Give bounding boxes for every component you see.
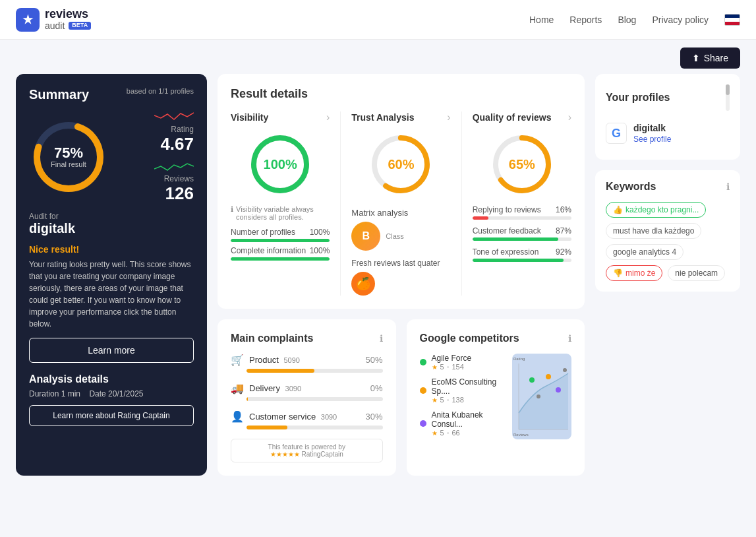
keyword-1[interactable]: 👍 każdego kto pragni... [606,202,706,218]
keyword-2[interactable]: must have dla każdego [606,223,701,239]
quality-feedback: Customer feedback 87% [473,226,571,241]
nav-home[interactable]: Home [529,15,554,25]
competitors-list: Agile Force ★ 5 • 154 [420,354,505,443]
complaint-product: 🛒 Product 5090 50% [231,354,383,373]
google-icon: G [606,123,627,144]
result-details-card: Result details Visibility › [218,74,585,309]
main-nav: Home Reports Blog Privacy policy [529,14,740,26]
bottom-row: Main complaints ℹ 🛒 Product 5090 50% [218,319,585,476]
share-icon: ⬆ [692,53,700,63]
competitor-3-stats: ★ 5 • 66 [432,429,505,437]
quality-chevron[interactable]: › [568,111,571,123]
vis-metric-profiles: Number of profiles 100% [231,228,330,242]
customer-service-icon: 👤 [231,410,244,423]
trust-header: Trust Analysis › [351,111,450,123]
beta-badge: BETA [69,22,91,30]
competitors-content: Agile Force ★ 5 • 154 [420,354,572,443]
competitor-3: Anita Kubanek Consul... ★ 5 • 66 [420,410,505,437]
keywords-card: Keywords ℹ 👍 każdego kto pragni... must … [595,170,740,292]
nav-privacy[interactable]: Privacy policy [652,15,709,25]
analysis-details: Analysis details Duration 1 min Date 20/… [29,373,194,426]
logo-text: reviews audit BETA [45,8,91,31]
audit-for: Audit for digitalk [29,212,194,236]
visibility-metrics: Number of profiles 100% Complete informa… [231,228,330,261]
share-button[interactable]: ⬆ Share [680,47,740,69]
complaints-card: Main complaints ℹ 🛒 Product 5090 50% [218,319,396,476]
quality-header: Quality of reviews › [473,111,571,123]
gauge-area: 75% Final result Rating 4.67 [29,110,194,204]
complaints-header: Main complaints ℹ [231,332,383,344]
powered-stars: ★★★★★ RatingCaptain [235,451,378,458]
info-icon-vis: ℹ [231,205,233,214]
metrics-row: Visibility › 100% ℹ [231,111,571,296]
visibility-gauge: 100% [247,131,313,197]
gauge-text: 75% Final result [51,146,86,168]
trust-chevron[interactable]: › [447,111,450,123]
nav-reports[interactable]: Reports [569,15,602,25]
share-area: ⬆ Share [0,40,756,74]
thumb-down-icon: 👎 [613,268,623,278]
competitor-3-dot [420,420,426,427]
competitor-1-dot [420,359,426,365]
competitor-2-stats: ★ 5 • 138 [432,396,505,404]
keywords-title: Keywords [606,181,656,193]
complaint-delivery: 🚚 Delivery 3090 0% [231,382,383,401]
keyword-5[interactable]: nie polecam [668,265,725,281]
b-class-badge: B [351,222,380,251]
rating-reviews: Rating 4.67 Reviews 126 [154,110,194,204]
keyword-4[interactable]: 👎 mimo że [606,265,662,281]
analysis-meta: Duration 1 min Date 20/1/2025 [29,389,194,398]
product-bar [247,369,383,373]
header: ★ reviews audit BETA Home Reports Blog P… [0,0,756,40]
svg-point-13 [546,374,551,379]
trust-percent: 60% [388,157,414,172]
see-profile-link[interactable]: See profile [633,135,671,144]
competitors-card: Google competitors ℹ Agile Force ★ 5 [407,319,585,476]
learn-captain-button[interactable]: Learn more about Rating Captain [29,405,194,426]
language-flag[interactable] [724,14,740,26]
competitor-1: Agile Force ★ 5 • 154 [420,354,505,371]
based-on: based on 1/1 profiles [127,87,194,95]
complaint-customer-service: 👤 Customer service 3090 30% [231,410,383,429]
learn-more-button[interactable]: Learn more [29,338,194,363]
nav-blog[interactable]: Blog [618,15,636,25]
svg-point-15 [563,368,567,372]
fresh-section: Fresh reviews last quater 🍊 [351,259,450,296]
profile-digitalk: G digitalk See profile [606,117,730,149]
svg-point-12 [529,377,535,383]
competitors-chart: Rating Reviews [512,354,571,439]
right-panel: Your profiles G digitalk See profile Key… [595,74,740,476]
svg-point-14 [556,387,561,393]
delivery-icon: 🚚 [231,382,244,395]
customer-service-bar [247,426,383,429]
quality-percent: 65% [509,157,535,172]
vis-metric-info: Complete information 100% [231,246,330,261]
visibility-note: ℹ Visibility variable always considers a… [231,205,330,221]
keywords-grid: 👍 każdego kto pragni... must have dla ka… [606,202,730,281]
visibility-percent: 100% [264,157,297,172]
quality-tone: Tone of expression 92% [473,247,571,262]
trust-gauge: 60% [368,131,434,197]
visibility-header: Visibility › [231,111,330,123]
visibility-chevron[interactable]: › [326,111,330,123]
keywords-info-icon[interactable]: ℹ [726,181,730,192]
final-gauge: 75% Final result [29,117,108,197]
competitors-info-icon[interactable]: ℹ [568,333,571,344]
brand-audit: audit BETA [45,21,91,31]
profiles-card: Your profiles G digitalk See profile [595,74,740,160]
b-class: B Class [351,222,450,251]
quality-col: Quality of reviews › 65% [462,111,571,296]
keyword-3[interactable]: google analytics 4 [606,244,683,260]
powered-by: This feature is powered by ★★★★★ RatingC… [231,439,383,462]
visibility-col: Visibility › 100% ℹ [231,111,341,296]
quality-replying: Replying to reviews 16% [473,205,571,220]
delivery-bar [247,397,383,401]
result-message: Nice result! Your rating looks pretty we… [29,244,194,330]
complaints-info-icon[interactable]: ℹ [380,333,383,344]
reviews-section: Reviews 126 [154,160,194,204]
profiles-scrollbar-area[interactable] [726,84,730,111]
svg-text:Reviews: Reviews [513,433,529,437]
brand-reviews: reviews [45,8,91,21]
matrix-section: Matrix analysis B Class [351,208,450,251]
fresh-icon: 🍊 [351,272,375,296]
